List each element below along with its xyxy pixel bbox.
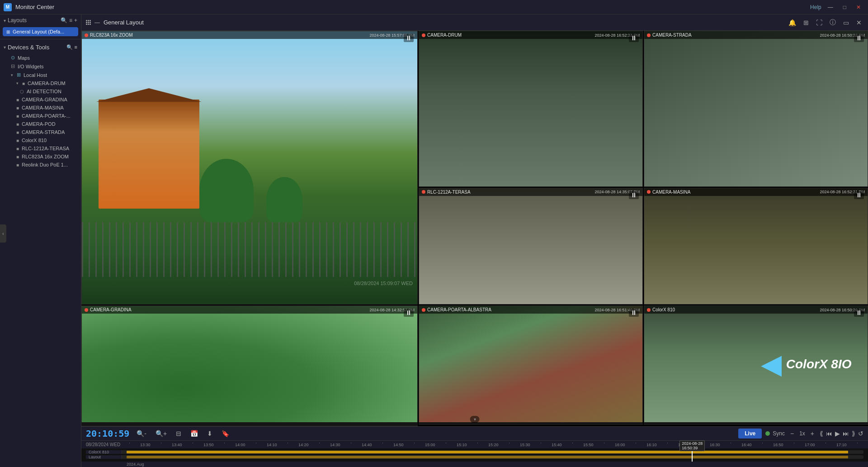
mark-1510: 15:10 [446, 443, 477, 447]
titlebar-right: Help — □ ✕ [810, 3, 864, 11]
pause-btn-masina[interactable]: ⏸ [854, 191, 864, 199]
feed-bg-terasa [419, 188, 642, 305]
sidebar-item-rlc-terasa[interactable]: ■ RLC-1212A-TERASA [0, 144, 81, 152]
sidebar-item-local-host[interactable]: ▾ ⊞ Local Host [0, 71, 81, 79]
play-icon[interactable]: ▶ [835, 430, 840, 437]
camera-header-colorx: ColorX 810 2024-08-28 16:50:39 PM [644, 306, 868, 314]
sidebar-item-camera-drum[interactable]: ▾ ■ CAMERA-DRUM [0, 79, 81, 87]
layouts-settings-icon[interactable]: ≡ [69, 17, 72, 24]
devices-header-left: ▾ Devices & Tools [4, 44, 49, 51]
zoom-out-btn[interactable]: 🔍- [135, 429, 148, 438]
month-label: 2024.Aug [127, 462, 144, 467]
timeline-ruler: 08/28/2024 WED 13:30 13:40 13:50 14:00 1… [81, 441, 868, 448]
sidebar-item-maps[interactable]: ⊙ Maps [0, 53, 81, 62]
maps-label: Maps [18, 55, 30, 61]
help-link[interactable]: Help [810, 4, 821, 10]
layout-close-icon[interactable]: ✕ [854, 18, 863, 27]
timeline-toolbar-right: Live Sync − 1x + ⟪ ⏮ ▶ ⏭ ⟫ [738, 429, 863, 438]
devices-search-icon[interactable]: 🔍 [66, 44, 73, 50]
cursor-date: 2024-08-28 [682, 441, 703, 446]
rec-dot-masina [647, 190, 651, 194]
step-forward-icon[interactable]: ⏭ [843, 430, 849, 437]
layouts-search-icon[interactable]: 🔍 [61, 17, 67, 24]
sidebar-item-camera-masina[interactable]: ■ CAMERA-MASINA [0, 104, 81, 112]
camera-cell-gradina[interactable]: CAMERA-GRADINA 2024-08-28 14:32:57 PM ⏸ [81, 305, 418, 423]
sidebar-collapse-handle[interactable]: ‹ [0, 224, 6, 243]
devices-tools-header[interactable]: ▾ Devices & Tools 🔍 ≡ [0, 41, 81, 53]
sidebar-item-colorx[interactable]: ■ ColorX 810 [0, 136, 81, 144]
zoom-in-btn[interactable]: 🔍+ [154, 429, 169, 438]
live-button[interactable]: Live [738, 429, 762, 438]
timeline-track-colorx[interactable]: ColorX 810 [86, 450, 863, 454]
speed-minus-btn[interactable]: − [788, 429, 796, 438]
camera-header-drum: CAMERA-DRUM 2024-08-28 16:52:33 PM [419, 31, 642, 39]
layout-window-icon[interactable]: ▭ [841, 18, 851, 27]
layouts-add-icon[interactable]: + [74, 17, 77, 24]
track-bar-colorx [127, 451, 848, 453]
camera-header-strada: CAMERA-STRADA 2024-08-28 16:50:32 PM [644, 31, 868, 39]
download-btn[interactable]: ⬇ [205, 429, 214, 438]
timeline-track-layout[interactable]: Layout [86, 455, 863, 459]
sidebar-item-camera-strada[interactable]: ■ CAMERA-STRADA [0, 128, 81, 136]
skip-forward-icon[interactable]: ⟫ [852, 430, 855, 437]
pause-btn-drum[interactable]: ⏸ [629, 34, 639, 42]
maximize-button[interactable]: □ [840, 3, 850, 11]
camera-cell-terasa[interactable]: RLC-1212A-TERASA 2024-08-28 14:35:07 PM … [419, 188, 643, 305]
sync-button[interactable]: Sync [765, 430, 785, 437]
active-layout-item[interactable]: ⊞ General Layout (Defa... [3, 27, 78, 36]
camera-cell-strada[interactable]: CAMERA-STRADA 2024-08-28 16:50:32 PM ⏸ [644, 31, 868, 187]
feed-bg-poarta [419, 306, 642, 422]
bookmark-btn[interactable]: 🔖 [220, 429, 231, 438]
calendar-btn[interactable]: 📅 [189, 429, 200, 438]
camera-header-trackmix: TRACKMIX 2024-08-28 16:44:42 PM [419, 424, 642, 424]
layouts-section-header[interactable]: ▾ Layouts 🔍 ≡ + [0, 14, 81, 26]
loop-icon[interactable]: ↺ [858, 430, 863, 437]
sidebar-item-io-widgets[interactable]: ⊟ I/O Widgets [0, 62, 81, 71]
filter-btn[interactable]: ⊟ [174, 429, 183, 438]
recording-bars [400, 425, 413, 426]
camera-cell-drum[interactable]: CAMERA-DRUM 2024-08-28 16:52:33 PM ⏸ [419, 31, 643, 187]
rec-dot-terasa [422, 190, 425, 194]
pause-btn-terasa[interactable]: ⏸ [629, 191, 639, 199]
pause-btn-gradina[interactable]: ⏸ [404, 309, 414, 317]
cursor-time: 16:50:39 [682, 446, 698, 450]
camera-cell-poarta[interactable]: CAMERA-POARTA-ALBASTRA 2024-08-28 16:51:… [419, 305, 643, 423]
camera-poarta-label: CAMERA-POARTA-... [22, 113, 71, 119]
sidebar-item-reolink-duo[interactable]: ■ Reolink Duo PoE 1... [0, 161, 81, 169]
sidebar-item-camera-pod[interactable]: ■ CAMERA-POD [0, 120, 81, 128]
mark-1330: 13:30 [129, 443, 161, 447]
layout-fullscreen-icon[interactable]: ⛶ [814, 18, 824, 27]
camera-cell-reolink[interactable]: Reolink Duo PoE 16MP 2024-08-28 16:51:10… [81, 424, 418, 424]
close-button[interactable]: ✕ [853, 3, 864, 11]
bell-icon[interactable]: 🔔 [787, 18, 798, 27]
ai-detection-label: AI DETECTION [27, 89, 61, 94]
mark-1700: 17:00 [794, 443, 826, 447]
layout-info-icon[interactable]: ⓘ [828, 18, 838, 28]
sidebar-item-rlc823a[interactable]: ■ RLC823A 16x ZOOM [0, 152, 81, 161]
mark-1450: 14:50 [382, 443, 414, 447]
sidebar-item-camera-poarta[interactable]: ■ CAMERA-POARTA-... [0, 112, 81, 120]
step-back-icon[interactable]: ⏮ [826, 430, 832, 437]
camera-cell-trackmix[interactable]: TRACKMIX 2024-08-28 16:44:42 PM [419, 424, 643, 424]
maps-icon: ⊙ [11, 55, 15, 61]
camera-header-reolink: Reolink Duo PoE 16MP 2024-08-28 16:51:10… [82, 424, 417, 424]
pause-btn-main[interactable]: ⏸ [404, 34, 414, 42]
speed-plus-btn[interactable]: + [809, 429, 816, 438]
pause-btn-poarta[interactable]: ⏸ [629, 309, 639, 317]
camera-cell-colorx[interactable]: ColorX 810 2024-08-28 16:50:39 PM ⏸ ◀ Co… [644, 305, 868, 423]
layouts-label: Layouts [8, 17, 27, 24]
pause-btn-strada[interactable]: ⏸ [854, 34, 864, 42]
layout-settings-icon[interactable]: ⊞ [802, 18, 811, 27]
minimize-button[interactable]: — [824, 3, 837, 11]
scroll-down-indicator[interactable]: ▾ [470, 416, 480, 423]
pause-btn-colorx[interactable]: ⏸ [854, 309, 864, 317]
camera-name-main: RLC823A 16x ZOOM [85, 33, 132, 38]
devices-menu-icon[interactable]: ≡ [75, 44, 77, 50]
camera-cell-masina[interactable]: CAMERA-MASINA 2024-08-28 16:52:31 PM ⏸ [644, 188, 868, 305]
sidebar-item-camera-gradina[interactable]: ■ CAMERA-GRADINA [0, 95, 81, 104]
timeline-tracks[interactable]: ColorX 810 Layout 2024-08-28 16:50:39 [81, 448, 868, 462]
sidebar-item-ai-detection[interactable]: ⬡ AI DETECTION [0, 87, 81, 95]
camera-cell-pod[interactable]: CAMERA-POD 2024-08-28 16:35:10 PM ⏸ [644, 424, 868, 424]
camera-cell-main[interactable]: RLC823A 16x ZOOM 2024-08-28 15:57:05 PM … [81, 31, 418, 305]
skip-back-icon[interactable]: ⟪ [820, 430, 823, 437]
